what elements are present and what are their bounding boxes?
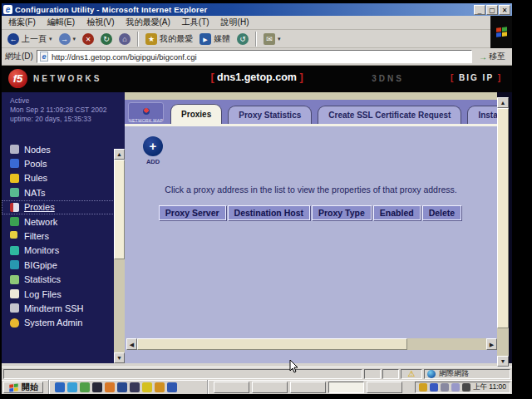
home-button[interactable]: [116, 32, 133, 46]
vertical-scroll-thumb[interactable]: [497, 108, 509, 328]
media-button[interactable]: 媒體: [197, 32, 233, 46]
tab-install-ssl-certificate[interactable]: Install SSL Certif: [467, 106, 497, 124]
refresh-button[interactable]: [98, 32, 115, 46]
sidebar-item-statistics[interactable]: Statistics: [2, 273, 125, 287]
bigip-bracket-open: [: [451, 73, 455, 82]
sidebar-item-proxies[interactable]: Proxies: [2, 200, 125, 214]
status-state: Active: [10, 96, 121, 106]
system-tray: 上午 11:00: [415, 382, 510, 393]
menu-view[interactable]: 檢視(V): [86, 17, 114, 28]
sidebar-item-nodes[interactable]: Nodes: [2, 142, 125, 156]
menu-tools[interactable]: 工具(T): [182, 17, 209, 28]
status-bar: ⚠ 網際網路: [2, 367, 512, 380]
tab-proxies[interactable]: Proxies: [170, 104, 222, 124]
sidebar-item-pools[interactable]: Pools: [2, 156, 125, 170]
column-header-delete[interactable]: Delete: [422, 205, 462, 220]
forward-dropdown-icon[interactable]: ▾: [73, 36, 76, 42]
horizontal-scroll-thumb[interactable]: [137, 338, 407, 350]
toolbar-separator: [137, 32, 139, 47]
sidebar-item-monitors[interactable]: Monitors: [2, 244, 125, 258]
scroll-down-icon[interactable]: ▼: [114, 352, 125, 363]
go-button[interactable]: → 移至: [475, 50, 509, 63]
address-bar: 網址(D) e http://dns1.getop.com/bigipgui/b…: [2, 48, 512, 66]
bigpipe-icon: [10, 260, 19, 269]
toolbar-separator: [255, 32, 257, 47]
column-header-destination-host[interactable]: Destination Host: [228, 205, 310, 220]
back-button[interactable]: 上一頁 ▾: [5, 32, 55, 46]
taskbar-window-button[interactable]: [367, 382, 402, 393]
tray-icon[interactable]: [419, 383, 427, 392]
tab-create-ssl-certificate-request[interactable]: Create SSL Certificate Request: [318, 106, 461, 124]
sidebar-item-nats[interactable]: NATs: [2, 185, 125, 200]
sidebar-scrollbar[interactable]: ▲ ▼: [114, 149, 125, 363]
sidebar-item-system-admin[interactable]: System Admin: [2, 316, 125, 330]
quick-launch-icon[interactable]: [117, 382, 127, 392]
tray-icon[interactable]: [451, 383, 460, 392]
tray-icon[interactable]: [462, 383, 470, 392]
browser-vertical-scrollbar[interactable]: ▲ ▼: [497, 97, 509, 367]
menu-help[interactable]: 說明(H): [221, 17, 249, 28]
column-header-proxy-type[interactable]: Proxy Type: [312, 205, 372, 220]
log-files-icon: [10, 289, 19, 298]
start-button[interactable]: 開始: [3, 382, 43, 393]
forward-button[interactable]: ▾: [57, 32, 79, 46]
scroll-up-icon[interactable]: ▲: [497, 97, 509, 108]
quick-launch-icon[interactable]: [55, 382, 65, 392]
quick-launch-icon[interactable]: [105, 382, 115, 392]
quick-launch-icon[interactable]: [180, 382, 190, 392]
taskbar-window-button-active[interactable]: [328, 382, 364, 393]
network-map-button[interactable]: NETWORK MAP: [128, 102, 164, 122]
tray-icon[interactable]: [430, 383, 438, 392]
window-titlebar[interactable]: e Configuration Utility - Microsoft Inte…: [2, 3, 512, 16]
quick-launch-icon[interactable]: [142, 382, 152, 392]
sidebar-item-network[interactable]: Network: [2, 214, 125, 229]
menu-favorites[interactable]: 我的最愛(A): [126, 17, 170, 28]
sidebar-item-label: Rules: [24, 173, 47, 183]
sidebar-item-rules[interactable]: Rules: [2, 171, 125, 185]
sidebar-scroll-thumb[interactable]: [114, 160, 125, 259]
sidebar-item-label: Log Files: [24, 289, 62, 299]
maximize-button[interactable]: ▢: [486, 5, 498, 15]
menu-file[interactable]: 檔案(F): [8, 17, 36, 28]
rules-icon: [10, 174, 19, 183]
taskbar-window-button[interactable]: [252, 382, 288, 393]
quick-launch-icon[interactable]: [67, 382, 77, 392]
tab-proxy-statistics[interactable]: Proxy Statistics: [228, 106, 312, 124]
sidebar-item-label: Monitors: [24, 245, 59, 255]
sidebar-item-log-files[interactable]: Log Files: [2, 287, 125, 301]
tray-icon[interactable]: [441, 383, 449, 392]
sidebar-item-mindterm-ssh[interactable]: Mindterm SSH: [2, 301, 125, 315]
quick-launch-icon[interactable]: [130, 382, 140, 392]
favorites-button[interactable]: 我的最愛: [143, 32, 195, 46]
quick-launch-icon[interactable]: [80, 382, 90, 392]
quick-launch-icon[interactable]: [167, 382, 177, 392]
add-proxy-button[interactable]: +: [143, 136, 163, 156]
minimize-button[interactable]: _: [474, 5, 485, 15]
quick-launch-icon[interactable]: [92, 382, 102, 392]
column-header-proxy-server[interactable]: Proxy Server: [159, 205, 226, 220]
stop-button[interactable]: [80, 32, 96, 46]
scroll-left-icon[interactable]: ◀: [126, 338, 137, 350]
address-input[interactable]: e http://dns1.getop.com/bigipgui/bigconf…: [37, 50, 472, 63]
sidebar-item-label: BIGpipe: [24, 260, 57, 270]
taskbar-window-button[interactable]: [214, 382, 249, 393]
tab-strip: NETWORK MAP Proxies Proxy Statistics Cre…: [125, 100, 497, 124]
back-dropdown-icon[interactable]: ▾: [49, 36, 52, 42]
close-button[interactable]: ✕: [499, 5, 510, 15]
sidebar-item-label: Nodes: [24, 145, 51, 155]
column-header-enabled[interactable]: Enabled: [373, 205, 421, 220]
content-horizontal-scrollbar[interactable]: ◀ ▶: [126, 338, 497, 350]
quick-launch-icon[interactable]: [155, 382, 165, 392]
menu-edit[interactable]: 編輯(E): [47, 17, 75, 28]
scroll-up-icon[interactable]: ▲: [114, 149, 125, 160]
scroll-right-icon[interactable]: ▶: [486, 338, 497, 350]
mail-dropdown-icon[interactable]: ▾: [278, 36, 281, 42]
taskbar-window-button[interactable]: [290, 382, 326, 393]
history-button[interactable]: [234, 32, 251, 46]
sidebar-item-filters[interactable]: Filters: [2, 229, 125, 243]
mail-button[interactable]: ▾: [261, 32, 283, 46]
bigip-label: [ BIG IP ]: [451, 73, 502, 82]
quick-launch-icon[interactable]: [192, 382, 202, 392]
scroll-down-icon[interactable]: ▼: [497, 356, 509, 367]
sidebar-item-bigpipe[interactable]: BIGpipe: [2, 258, 125, 272]
